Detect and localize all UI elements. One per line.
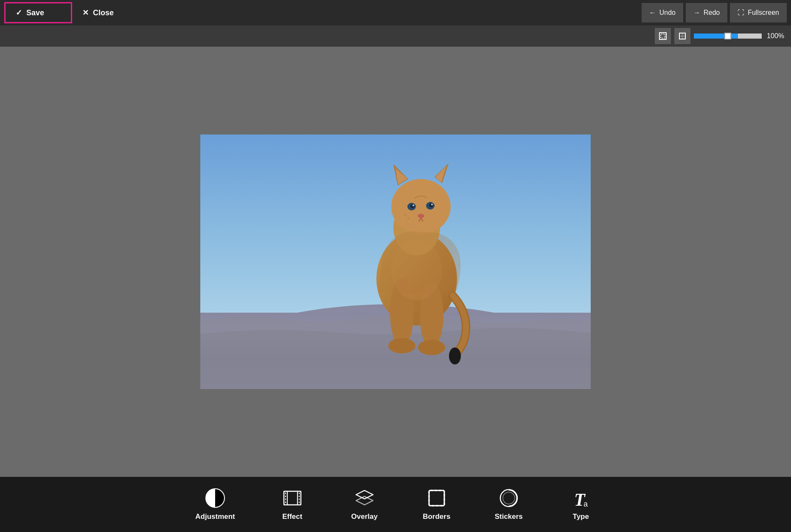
undo-arrow-icon: ← [649,9,656,17]
svg-point-13 [391,179,451,234]
undo-label: Undo [659,9,676,17]
fullscreen-icon: ⛶ [738,9,744,17]
redo-arrow-icon: → [693,9,700,17]
svg-rect-42 [299,493,300,494]
tool-overlay[interactable]: Overlay [328,477,401,532]
redo-button[interactable]: → Redo [686,3,727,22]
svg-rect-2 [679,33,685,39]
svg-point-20 [410,204,415,208]
second-toolbar: 100% [0,25,791,47]
svg-point-26 [404,214,406,216]
overlay-icon [354,488,375,508]
crop-icon [678,32,687,40]
toolbar-right: ← Undo → Redo ⛶ Fullscreen [642,3,787,22]
svg-rect-39 [285,496,286,497]
adjustment-label: Adjustment [195,512,235,521]
type-label: Type [573,512,589,521]
close-button[interactable]: ✕ Close [72,2,140,23]
crop-button[interactable] [674,28,690,44]
fullscreen-button[interactable]: ⛶ Fullscreen [730,3,787,22]
zoom-control: 100% [694,32,784,40]
svg-marker-46 [356,490,373,499]
svg-rect-38 [285,493,286,494]
borders-icon [426,488,447,508]
svg-rect-41 [285,501,286,503]
svg-point-21 [429,203,433,207]
fullscreen-label: Fullscreen [748,9,779,17]
fit-screen-icon [659,32,667,40]
overlay-label: Overlay [351,512,378,521]
svg-point-24 [418,214,424,218]
tool-adjustment[interactable]: Adjustment [174,477,256,532]
tool-effect[interactable]: Effect [256,477,328,532]
zoom-label: 100% [765,32,784,40]
stickers-icon [499,488,519,508]
svg-point-30 [418,340,445,355]
svg-rect-45 [299,501,300,503]
toolbar-left: ✓ Save ✕ Close [4,2,642,23]
svg-point-23 [431,204,433,205]
image-canvas [200,134,591,389]
svg-rect-35 [284,491,301,505]
stickers-label: Stickers [495,512,523,521]
adjustment-icon-svg [205,488,225,508]
bottom-toolbar: Adjustment Effect Overlay [0,477,791,532]
svg-rect-43 [299,496,300,497]
svg-point-29 [388,338,415,353]
undo-button[interactable]: ← Undo [642,3,683,22]
type-icon: T a [571,488,591,508]
effect-icon [282,488,303,508]
svg-marker-47 [356,496,373,505]
zoom-slider[interactable] [694,34,762,39]
close-label: Close [93,8,114,17]
svg-text:a: a [583,500,588,508]
close-x-icon: ✕ [82,8,89,17]
svg-rect-44 [299,498,300,500]
tool-type[interactable]: T a Type [545,477,617,532]
save-label: Save [26,8,44,17]
borders-label: Borders [423,512,450,521]
svg-rect-1 [661,34,665,38]
svg-rect-49 [431,492,443,504]
svg-point-22 [412,204,414,206]
photo-display [200,134,591,389]
save-button[interactable]: ✓ Save [4,2,72,23]
save-check-icon: ✓ [16,8,22,17]
redo-label: Redo [704,9,720,17]
svg-point-52 [503,492,515,504]
tool-borders[interactable]: Borders [401,477,473,532]
top-toolbar: ✓ Save ✕ Close ← Undo → Redo ⛶ Fullscree… [0,0,791,25]
svg-point-25 [407,218,409,219]
tool-stickers[interactable]: Stickers [473,477,545,532]
main-content [0,47,791,477]
svg-rect-40 [285,498,286,500]
effect-label: Effect [282,512,302,521]
svg-point-31 [449,347,461,364]
fit-screen-button[interactable] [655,28,671,44]
